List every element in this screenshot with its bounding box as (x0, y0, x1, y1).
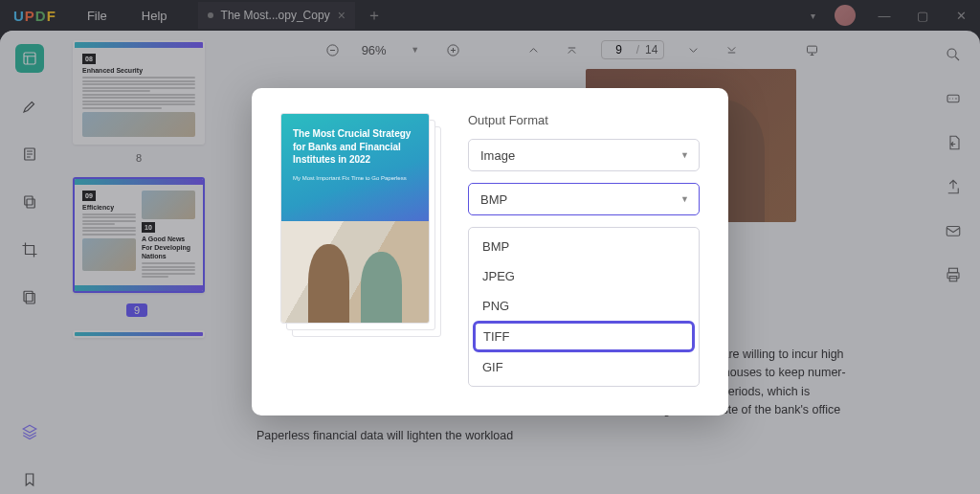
preview-subtitle: My Most Important Fix Time to Go Paperle… (293, 174, 417, 182)
format-type-select[interactable]: BMP ▼ (468, 183, 700, 215)
export-form: Output Format Image ▼ BMP ▼ BMP JPEG PNG… (468, 113, 700, 387)
option-png[interactable]: PNG (473, 291, 695, 321)
option-bmp[interactable]: BMP (473, 232, 695, 261)
caret-down-icon: ▼ (680, 194, 689, 204)
option-jpeg[interactable]: JPEG (473, 261, 695, 291)
format-dropdown: BMP JPEG PNG TIFF GIF (468, 227, 700, 387)
output-format-label: Output Format (468, 113, 700, 127)
select-value: BMP (480, 192, 507, 207)
option-gif[interactable]: GIF (473, 352, 695, 382)
option-tiff[interactable]: TIFF (473, 321, 695, 352)
modal-overlay: The Most Crucial Strategy for Banks and … (0, 0, 980, 494)
caret-down-icon: ▼ (680, 150, 689, 160)
preview-title: The Most Crucial Strategy for Banks and … (293, 127, 417, 167)
format-category-select[interactable]: Image ▼ (468, 139, 700, 171)
export-dialog: The Most Crucial Strategy for Banks and … (252, 88, 728, 415)
export-preview: The Most Crucial Strategy for Banks and … (280, 113, 441, 337)
select-value: Image (480, 148, 515, 163)
